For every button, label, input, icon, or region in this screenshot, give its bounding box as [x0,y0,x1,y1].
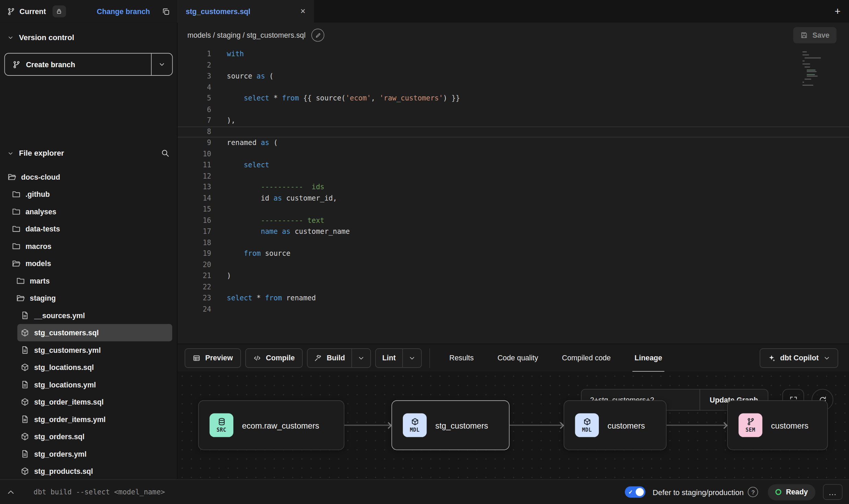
tree-item-stg_order_items.sql[interactable]: stg_order_items.sql [17,393,172,410]
code-line-14[interactable]: 14 id as customer_id, [178,193,849,204]
code-line-21[interactable]: 21) [178,271,849,281]
line-number: 1 [178,49,211,60]
preview-button[interactable]: Preview [185,348,241,368]
file-explorer-header[interactable]: File explorer [0,146,177,160]
code-line-13[interactable]: 13 ---------- ids [178,182,849,193]
lineage-node-ecom.raw_customers[interactable]: SRCecom.raw_customers [198,400,344,450]
code-editor[interactable]: 1with23source as (45 select * from {{ so… [178,48,849,344]
code-text: ) [211,271,231,281]
panel-tab-lineage[interactable]: Lineage [632,344,664,372]
tree-item-stg_products.sql[interactable]: stg_products.sql [17,463,172,479]
panel-tab-compiled-code[interactable]: Compiled code [560,344,613,372]
code-line-24[interactable]: 24 [178,304,849,315]
lineage-node-customers[interactable]: MDLcustomers [563,400,666,450]
line-number: 4 [178,82,211,93]
create-branch-main[interactable]: Create branch [5,53,151,75]
code-line-3[interactable]: 3source as ( [178,71,849,82]
line-number: 17 [178,226,211,237]
tree-item-docs-cloud[interactable]: docs-cloud [4,168,172,185]
new-tab-button[interactable]: + [826,0,849,23]
create-branch-button[interactable]: Create branch [4,53,173,76]
tree-item-macros[interactable]: macros [9,238,172,255]
file-label: stg_locations.sql [34,363,94,371]
file-doc-icon [21,311,29,320]
build-button[interactable]: Build [308,349,351,367]
code-line-9[interactable]: 9renamed as ( [178,137,849,148]
tree-item-data-tests[interactable]: data-tests [9,220,172,237]
create-branch-dropdown[interactable] [151,53,172,75]
lint-button[interactable]: Lint [376,349,402,367]
git-branch-icon [12,60,21,69]
status-bar-right: Defer to staging/production ? Ready … [625,484,842,500]
code-line-19[interactable]: 19 from source [178,248,849,259]
dbt-copilot-button[interactable]: dbt Copilot [759,348,838,368]
code-text: with [211,49,244,60]
compile-button[interactable]: Compile [245,348,303,368]
build-dropdown[interactable] [351,349,370,367]
code-line-23[interactable]: 23select * from renamed [178,293,849,304]
code-line-1[interactable]: 1with [178,49,849,60]
panel-tab-code-quality[interactable]: Code quality [495,344,540,372]
sparkle-icon [768,354,775,362]
code-line-15[interactable]: 15 [178,204,849,215]
chevron-up-icon[interactable] [7,488,15,496]
code-text: select * from renamed [211,293,316,304]
tree-item-models[interactable]: models [9,255,172,272]
save-button[interactable]: Save [793,27,836,43]
version-control-header[interactable]: Version control [0,30,177,44]
tree-item-stg_locations.yml[interactable]: stg_locations.yml [17,376,172,393]
line-number: 3 [178,71,211,82]
lineage-node-customers[interactable]: SEMcustomers [727,400,828,450]
tree-item-.github[interactable]: .github [9,185,172,203]
copy-icon[interactable] [162,7,170,15]
code-text [211,104,227,115]
status-badge: Ready [768,484,815,500]
edit-circle-icon[interactable] [312,29,325,42]
tree-item-analyses[interactable]: analyses [9,203,172,220]
code-line-20[interactable]: 20 [178,260,849,271]
lineage-node-stg_customers[interactable]: MDLstg_customers [392,400,510,450]
code-line-8[interactable]: 8 [178,126,849,137]
tree-item-stg_customers.sql[interactable]: stg_customers.sql [17,324,172,341]
file-label: stg_locations.yml [34,381,96,389]
code-text: source as ( [211,71,274,82]
tree-item-stg_customers.yml[interactable]: stg_customers.yml [17,341,172,359]
tree-item-staging[interactable]: staging [13,289,172,307]
code-line-7[interactable]: 7), [178,115,849,126]
tree-item-stg_locations.sql[interactable]: stg_locations.sql [17,359,172,376]
tree-item-marts[interactable]: marts [13,272,172,289]
panel-tab-results[interactable]: Results [447,344,476,372]
tree-item-__sources.yml[interactable]: __sources.yml [17,307,172,324]
tree-item-stg_orders.sql[interactable]: stg_orders.sql [17,428,172,445]
command-input[interactable]: dbt build --select <model_name> [34,488,165,496]
code-line-12[interactable]: 12 [178,171,849,182]
code-line-17[interactable]: 17 name as customer_name [178,226,849,237]
code-line-10[interactable]: 10 [178,148,849,159]
code-line-5[interactable]: 5 select * from {{ source('ecom', 'raw_c… [178,93,849,104]
minimap[interactable] [802,50,824,88]
search-icon[interactable] [161,149,170,157]
line-number: 24 [178,304,211,315]
code-line-2[interactable]: 2 [178,60,849,71]
branch-bar: Current Change branch [0,0,177,23]
file-label: __sources.yml [34,311,85,320]
lineage-panel[interactable]: 2+stg_customers+2 Update Graph SRCecom.r… [178,372,849,479]
change-branch-link[interactable]: Change branch [97,7,150,15]
code-line-4[interactable]: 4 [178,82,849,93]
close-icon[interactable]: × [300,7,305,16]
line-number: 20 [178,260,211,271]
more-options-button[interactable]: … [823,484,842,500]
tree-item-stg_order_items.yml[interactable]: stg_order_items.yml [17,411,172,428]
code-line-16[interactable]: 16 ---------- text [178,215,849,226]
help-icon[interactable]: ? [748,487,758,497]
lint-dropdown[interactable] [402,349,421,367]
code-line-11[interactable]: 11 select [178,159,849,170]
code-line-22[interactable]: 22 [178,281,849,292]
editor-tab[interactable]: stg_customers.sql × [177,0,314,23]
line-number: 12 [178,171,211,182]
code-line-18[interactable]: 18 [178,237,849,248]
code-line-6[interactable]: 6 [178,104,849,115]
tree-item-stg_orders.yml[interactable]: stg_orders.yml [17,445,172,463]
defer-toggle[interactable] [625,486,646,497]
file-label: .github [25,190,50,199]
